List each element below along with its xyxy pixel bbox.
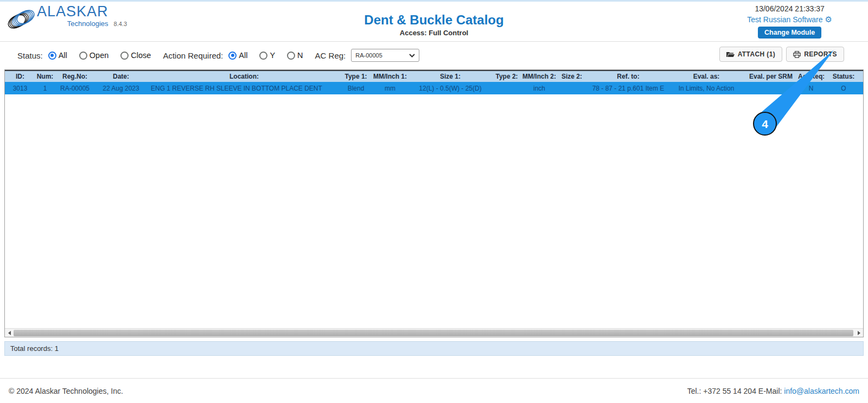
- brand-name: ALASKAR: [37, 4, 108, 19]
- radio-unselected-icon: [287, 52, 295, 60]
- column-header-status[interactable]: Status:: [824, 71, 863, 82]
- ac-reg-selected-value: RA-00005: [355, 52, 382, 59]
- records-table-container: ID: Num: Reg.No: Date: Location: Type 1:…: [4, 69, 864, 337]
- app-header: ALASKAR Technologies 8.4.3 Dent & Buckle…: [0, 2, 868, 42]
- status-radio-all[interactable]: All: [48, 51, 67, 60]
- radio-unselected-icon: [120, 52, 129, 60]
- profile-link-label: Test Russian Software: [747, 15, 822, 24]
- table-header-row: ID: Num: Reg.No: Date: Location: Type 1:…: [5, 71, 863, 82]
- email-link[interactable]: info@alaskartech.com: [784, 387, 859, 395]
- ac-reg-filter-label: AC Reg:: [315, 51, 346, 60]
- column-header-regno[interactable]: Reg.No:: [55, 71, 95, 82]
- total-records-label: Total records: 1: [10, 344, 59, 353]
- radio-label: N: [297, 51, 303, 60]
- ac-reg-select[interactable]: RA-00005: [351, 49, 419, 62]
- triangle-left-icon: [8, 331, 11, 335]
- column-header-mminch1[interactable]: MM/Inch 1:: [371, 71, 410, 82]
- status-bar: Total records: 1: [4, 341, 864, 356]
- cell-status: O: [824, 82, 863, 94]
- cell-type2: [491, 82, 522, 94]
- column-header-evalas[interactable]: Eval. as:: [669, 71, 744, 82]
- printer-icon: [793, 51, 801, 58]
- reports-button-label: REPORTS: [804, 50, 837, 58]
- triangle-right-icon: [858, 331, 860, 335]
- column-header-location[interactable]: Location:: [147, 71, 341, 82]
- reports-button[interactable]: REPORTS: [786, 47, 844, 62]
- page-footer: © 2024 Alaskar Technologies, Inc. Tel.: …: [0, 378, 868, 403]
- contact-info: Tel.: +372 55 14 204 E-Mail: info@alaska…: [687, 387, 859, 395]
- cell-location: ENG 1 REVERSE RH SLEEVE IN BOTTOM PLACE …: [147, 82, 341, 94]
- radio-label: Open: [90, 51, 108, 60]
- scrollbar-thumb[interactable]: [14, 330, 853, 336]
- action-required-filter-label: Action Required:: [163, 51, 223, 60]
- status-filter-label: Status:: [17, 51, 43, 60]
- column-header-mminch2[interactable]: MM/Inch 2:: [522, 71, 556, 82]
- radio-label: Close: [131, 51, 151, 60]
- radio-unselected-icon: [79, 52, 87, 60]
- radio-label: Y: [270, 51, 275, 60]
- column-header-type2[interactable]: Type 2:: [491, 71, 522, 82]
- cell-id: 3013: [5, 82, 35, 94]
- attach-button[interactable]: ATTACH (1): [719, 47, 783, 62]
- cell-actreq: N: [798, 82, 824, 94]
- cell-num: 1: [35, 82, 55, 94]
- column-header-size2[interactable]: Size 2:: [556, 71, 588, 82]
- chevron-down-icon: [409, 54, 415, 57]
- column-header-evalpersrm[interactable]: Eval. per SRM: [744, 71, 798, 82]
- cell-date: 22 Aug 2023: [95, 82, 147, 94]
- cell-type1: Blend: [341, 82, 371, 94]
- gear-icon[interactable]: ⚙: [825, 15, 832, 24]
- status-radio-open[interactable]: Open: [79, 51, 108, 60]
- radio-unselected-icon: [259, 52, 267, 60]
- access-level-label: Access: Full Control: [0, 29, 868, 37]
- scroll-right-arrow[interactable]: [854, 329, 863, 337]
- column-header-id[interactable]: ID:: [5, 71, 35, 82]
- brand-subtitle: Technologies: [37, 20, 108, 28]
- header-right-block: 13/06/2024 21:33:37 Test Russian Softwar…: [747, 4, 832, 39]
- attach-button-label: ATTACH (1): [738, 50, 776, 58]
- cell-evalpersrm: [744, 82, 798, 94]
- action-required-radio-n[interactable]: N: [287, 51, 303, 60]
- filter-bar: Status: All Open Close Action Required: …: [0, 42, 868, 69]
- action-required-radio-all[interactable]: All: [228, 51, 247, 60]
- contact-prefix: Tel.: +372 55 14 204 E-Mail:: [687, 387, 784, 395]
- cell-mminch2: inch: [522, 82, 556, 94]
- records-table: ID: Num: Reg.No: Date: Location: Type 1:…: [5, 70, 863, 94]
- column-header-size1[interactable]: Size 1:: [410, 71, 491, 82]
- scroll-left-arrow[interactable]: [5, 329, 14, 337]
- column-header-date[interactable]: Date:: [95, 71, 147, 82]
- profile-link[interactable]: Test Russian Software ⚙: [747, 15, 832, 24]
- radio-label: All: [239, 51, 247, 60]
- datetime-label: 13/06/2024 21:33:37: [755, 4, 824, 13]
- cell-size1: 12(L) - 0.5(W) - 25(D): [410, 82, 491, 94]
- cell-refto: 78 - 87 - 21 p.601 Item E: [588, 82, 669, 94]
- column-header-num[interactable]: Num:: [35, 71, 55, 82]
- column-header-type1[interactable]: Type 1:: [341, 71, 371, 82]
- logo-swoosh-icon: [5, 5, 40, 33]
- brand-text: ALASKAR Technologies: [37, 4, 108, 28]
- cell-size2: [556, 82, 588, 94]
- radio-selected-icon: [48, 52, 56, 60]
- column-header-actreq[interactable]: Act.Req:: [798, 71, 824, 82]
- cell-regno: RA-00005: [55, 82, 95, 94]
- horizontal-scrollbar: [5, 328, 863, 337]
- copyright-label: © 2024 Alaskar Technologies, Inc.: [9, 387, 123, 395]
- status-radio-close[interactable]: Close: [120, 51, 151, 60]
- cell-evalas: In Limits, No Action: [669, 82, 744, 94]
- column-header-refto[interactable]: Ref. to:: [588, 71, 669, 82]
- folder-icon: [726, 51, 735, 57]
- radio-selected-icon: [228, 52, 237, 60]
- action-required-radio-y[interactable]: Y: [259, 51, 275, 60]
- cell-mminch1: mm: [371, 82, 410, 94]
- company-logo: ALASKAR Technologies 8.4.3: [5, 4, 127, 33]
- table-row-selected[interactable]: 3013 1 RA-00005 22 Aug 2023 ENG 1 REVERS…: [5, 82, 863, 94]
- page-title: Dent & Buckle Catalog: [0, 12, 868, 28]
- change-module-button[interactable]: Change Module: [758, 27, 821, 39]
- toolbar-buttons: ATTACH (1) REPORTS: [719, 47, 844, 62]
- title-block: Dent & Buckle Catalog Access: Full Contr…: [0, 12, 868, 37]
- radio-label: All: [59, 51, 67, 60]
- app-version: 8.4.3: [114, 21, 127, 27]
